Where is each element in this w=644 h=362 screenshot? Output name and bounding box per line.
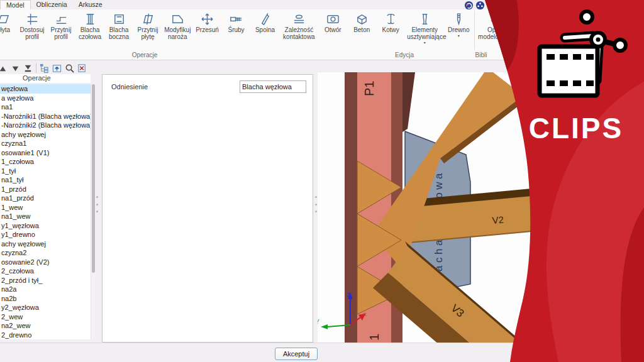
dropdown-arrow-icon: ▾ [407,41,442,44]
tree-item[interactable]: y1_węzłowa [0,221,91,231]
ribbon-button-model-options[interactable]: Opcje modelowania [476,9,515,41]
tree-item[interactable]: 2_drewno [0,331,91,340]
tree-item[interactable]: achy węzłowej [0,239,91,249]
tree-item[interactable]: na1_tył [0,175,91,185]
film-reel-icon[interactable] [475,1,485,10]
tree-item[interactable]: -Narożniki1 (Blacha węzłowa) [0,112,91,121]
ribbon-button-label: Blacha czołowa [77,27,103,41]
ribbon-group-0: PłytaDostosuj profilPrzytnij profilBlach… [0,9,473,44]
move-down-icon[interactable] [10,63,21,74]
tree-item[interactable]: na2b [0,294,91,304]
ribbon-button-label: Zmierz [556,27,581,34]
ribbon-button-contact[interactable]: Zależność kontaktowa [280,9,319,41]
ribbon-button-label: Drewno [446,27,471,34]
anchors-icon [378,11,403,27]
move-to-bottom-icon[interactable] [23,63,33,74]
tab-arkusze[interactable]: Arkusze [73,0,108,9]
ribbon-group-1: Opcje modelowaniaOpcje wyświetlaniaZmier… [476,9,583,41]
tree-item[interactable]: 1_czołowa [0,157,91,167]
ribbon-button-label: Przytnij profil [48,27,74,41]
ribbon-button-trim-plate[interactable]: Przytnij płytę [133,9,162,41]
dropdown-arrow-icon: ▾ [446,35,471,37]
tree-item[interactable]: na2_wew [0,321,91,331]
ribbon-button-import[interactable]: Importuj [586,9,615,34]
tree-item[interactable]: osowanie2 (V2) [0,258,91,267]
tree-column-header: Operacje [0,74,91,84]
tab-obliczenia[interactable]: Obliczenia [31,0,73,9]
ribbon-button-label: Modyfikuj naroża [164,27,191,41]
concrete-icon [349,11,374,27]
application-window: Model Obliczenia Arkusze PłytaDostosuj p… [0,0,644,362]
tree-item[interactable]: 1_wew [0,203,91,212]
ribbon-button-side-plate[interactable]: Blacha boczna [104,9,133,41]
tree-item[interactable]: węzłowa [0,84,91,94]
ribbon-group-2: ImportujEksp [586,9,644,34]
accept-button[interactable]: Akceptuj [275,348,318,360]
search-icon[interactable] [64,63,75,74]
tree-item[interactable]: na2a [0,285,91,294]
ribbon-button-anchors[interactable]: Kotwy [376,9,405,34]
tree-item[interactable]: 2_wew [0,312,91,322]
tree-item[interactable]: a węzłowa [0,94,91,103]
open-item-icon[interactable] [52,63,62,74]
move-up-icon[interactable] [0,63,8,74]
plate-icon [0,11,16,27]
3d-viewport[interactable]: P1 1 Blacha węzłowa V2 V3 [318,72,644,343]
ribbon-button-stiffeners[interactable]: Elementy usztywniające▾ [405,9,444,44]
ribbon-button-label: Importuj [588,27,613,34]
ribbon-button-display-options[interactable]: Opcje wyświetlania [515,9,554,41]
import-icon [588,11,613,27]
tree-item[interactable]: 1_przód [0,185,91,194]
quick-access-icons [464,1,485,10]
tree-item[interactable]: czyzna1 [0,139,91,148]
ribbon-button-adjust-profile[interactable]: Dostosuj profil [18,9,47,41]
ribbon-button-trim-profile[interactable]: Przytnij profil [47,9,75,41]
ribbon-button-label: Elementy usztywniające [407,27,442,41]
ribbon-button-hole[interactable]: Otwór [318,9,347,34]
ribbon-button-concrete[interactable]: Beton [347,9,376,34]
trim-plate-icon [135,11,160,27]
tree-item[interactable]: 1_tył [0,167,91,176]
tree-item[interactable]: y1_drewno [0,230,91,239]
column-bottom-label: 1 [367,334,381,341]
axis-y-label: Y [318,319,319,326]
tree-item[interactable]: achy węzłowej [0,130,91,140]
ribbon-button-end-plate[interactable]: Blacha czołowa [75,9,104,41]
ribbon-button-bolts[interactable]: Śruby [222,9,251,34]
timber-icon [446,11,471,27]
ribbon-button-label: Beton [349,27,374,34]
ribbon-button-label: Otwór [320,27,345,34]
tree-item[interactable]: -Narożniki2 (Blacha węzłowa) [0,121,91,130]
trim-profile-icon [48,11,74,27]
tree-item[interactable]: czyzna2 [0,248,91,258]
ribbon-button-modify-corners[interactable]: Modyfikuj naroża [162,9,193,41]
tree-item[interactable]: 2_czołowa [0,266,91,276]
tree-item[interactable]: 2_przód i tył_ [0,276,91,285]
axis-x-label: x [364,311,367,317]
tree-view-icon[interactable] [39,63,50,74]
modify-corners-icon [164,11,191,27]
ribbon-button-label: Opcje wyświetlania [517,27,552,41]
ribbon-button-weld[interactable]: Spoina [251,9,280,34]
ribbon-button-label: Kotwy [378,27,403,34]
ribbon-button-move[interactable]: Przesuń [193,9,222,34]
tree-item[interactable]: na1_przód [0,194,91,203]
tree-scrollbar-thumb[interactable] [92,84,95,273]
ribbon-button-export[interactable]: Eksp [615,9,644,34]
side-plate-icon [106,11,131,27]
move-icon [195,11,220,27]
tree-item[interactable]: y2_węzłowa [0,303,91,312]
reference-input[interactable] [240,80,306,93]
ribbon-button-measure[interactable]: Zmierz▾ [554,9,583,37]
stiffeners-icon [407,11,442,27]
tree-item[interactable]: na1 [0,102,91,112]
undo-icon[interactable] [464,1,474,10]
measure-icon [556,11,581,27]
tree-item[interactable]: na1_wew [0,212,91,221]
tab-model[interactable]: Model [0,0,31,9]
tree-item[interactable]: osowanie1 (V1) [0,148,91,158]
left-splitter-handle[interactable] [95,194,99,215]
ribbon-button-timber[interactable]: Drewno▾ [444,9,473,37]
delete-icon[interactable] [77,63,87,74]
ribbon-button-plate[interactable]: Płyta [0,9,18,34]
